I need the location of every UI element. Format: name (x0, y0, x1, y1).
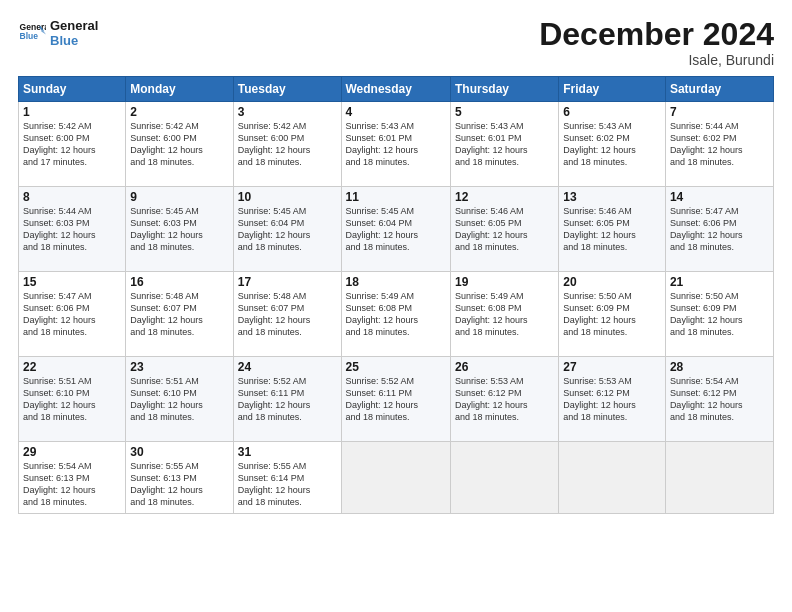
day-number: 10 (238, 190, 337, 204)
day-info: Sunrise: 5:47 AMSunset: 6:06 PMDaylight:… (670, 205, 769, 254)
day-number: 13 (563, 190, 661, 204)
calendar-cell: 10 Sunrise: 5:45 AMSunset: 6:04 PMDaylig… (233, 187, 341, 272)
day-number: 6 (563, 105, 661, 119)
day-info: Sunrise: 5:49 AMSunset: 6:08 PMDaylight:… (455, 290, 554, 339)
day-number: 4 (346, 105, 446, 119)
day-info: Sunrise: 5:42 AMSunset: 6:00 PMDaylight:… (23, 120, 121, 169)
day-info: Sunrise: 5:51 AMSunset: 6:10 PMDaylight:… (23, 375, 121, 424)
calendar-cell (665, 442, 773, 514)
day-number: 31 (238, 445, 337, 459)
calendar-cell: 29 Sunrise: 5:54 AMSunset: 6:13 PMDaylig… (19, 442, 126, 514)
day-info: Sunrise: 5:42 AMSunset: 6:00 PMDaylight:… (238, 120, 337, 169)
day-number: 14 (670, 190, 769, 204)
day-info: Sunrise: 5:55 AMSunset: 6:13 PMDaylight:… (130, 460, 228, 509)
day-info: Sunrise: 5:54 AMSunset: 6:12 PMDaylight:… (670, 375, 769, 424)
calendar-cell: 1 Sunrise: 5:42 AMSunset: 6:00 PMDayligh… (19, 102, 126, 187)
calendar-cell: 22 Sunrise: 5:51 AMSunset: 6:10 PMDaylig… (19, 357, 126, 442)
day-info: Sunrise: 5:44 AMSunset: 6:02 PMDaylight:… (670, 120, 769, 169)
calendar-cell: 30 Sunrise: 5:55 AMSunset: 6:13 PMDaylig… (126, 442, 233, 514)
day-number: 8 (23, 190, 121, 204)
day-number: 27 (563, 360, 661, 374)
calendar-cell: 8 Sunrise: 5:44 AMSunset: 6:03 PMDayligh… (19, 187, 126, 272)
day-number: 2 (130, 105, 228, 119)
calendar-cell: 9 Sunrise: 5:45 AMSunset: 6:03 PMDayligh… (126, 187, 233, 272)
calendar-header-friday: Friday (559, 77, 666, 102)
calendar-header-tuesday: Tuesday (233, 77, 341, 102)
day-info: Sunrise: 5:49 AMSunset: 6:08 PMDaylight:… (346, 290, 446, 339)
calendar-cell: 13 Sunrise: 5:46 AMSunset: 6:05 PMDaylig… (559, 187, 666, 272)
day-number: 21 (670, 275, 769, 289)
day-info: Sunrise: 5:42 AMSunset: 6:00 PMDaylight:… (130, 120, 228, 169)
day-info: Sunrise: 5:47 AMSunset: 6:06 PMDaylight:… (23, 290, 121, 339)
calendar-header-saturday: Saturday (665, 77, 773, 102)
day-info: Sunrise: 5:43 AMSunset: 6:01 PMDaylight:… (455, 120, 554, 169)
day-number: 25 (346, 360, 446, 374)
day-info: Sunrise: 5:48 AMSunset: 6:07 PMDaylight:… (130, 290, 228, 339)
day-number: 24 (238, 360, 337, 374)
day-number: 19 (455, 275, 554, 289)
day-number: 17 (238, 275, 337, 289)
calendar-cell: 21 Sunrise: 5:50 AMSunset: 6:09 PMDaylig… (665, 272, 773, 357)
svg-text:Blue: Blue (20, 31, 39, 41)
day-info: Sunrise: 5:48 AMSunset: 6:07 PMDaylight:… (238, 290, 337, 339)
calendar-cell: 4 Sunrise: 5:43 AMSunset: 6:01 PMDayligh… (341, 102, 450, 187)
day-number: 3 (238, 105, 337, 119)
day-number: 16 (130, 275, 228, 289)
calendar-cell: 14 Sunrise: 5:47 AMSunset: 6:06 PMDaylig… (665, 187, 773, 272)
day-info: Sunrise: 5:50 AMSunset: 6:09 PMDaylight:… (670, 290, 769, 339)
day-info: Sunrise: 5:52 AMSunset: 6:11 PMDaylight:… (346, 375, 446, 424)
title-block: December 2024 Isale, Burundi (539, 18, 774, 68)
calendar-cell: 11 Sunrise: 5:45 AMSunset: 6:04 PMDaylig… (341, 187, 450, 272)
day-info: Sunrise: 5:52 AMSunset: 6:11 PMDaylight:… (238, 375, 337, 424)
logo-line1: General (50, 18, 98, 33)
day-info: Sunrise: 5:43 AMSunset: 6:02 PMDaylight:… (563, 120, 661, 169)
day-info: Sunrise: 5:46 AMSunset: 6:05 PMDaylight:… (455, 205, 554, 254)
day-info: Sunrise: 5:45 AMSunset: 6:04 PMDaylight:… (238, 205, 337, 254)
calendar-cell: 7 Sunrise: 5:44 AMSunset: 6:02 PMDayligh… (665, 102, 773, 187)
day-number: 20 (563, 275, 661, 289)
calendar-cell: 16 Sunrise: 5:48 AMSunset: 6:07 PMDaylig… (126, 272, 233, 357)
calendar-header-sunday: Sunday (19, 77, 126, 102)
month-title: December 2024 (539, 18, 774, 50)
calendar-cell: 23 Sunrise: 5:51 AMSunset: 6:10 PMDaylig… (126, 357, 233, 442)
day-number: 28 (670, 360, 769, 374)
calendar-cell: 28 Sunrise: 5:54 AMSunset: 6:12 PMDaylig… (665, 357, 773, 442)
calendar-cell: 15 Sunrise: 5:47 AMSunset: 6:06 PMDaylig… (19, 272, 126, 357)
day-number: 30 (130, 445, 228, 459)
calendar-header-wednesday: Wednesday (341, 77, 450, 102)
logo: General Blue General Blue (18, 18, 98, 48)
calendar-cell (341, 442, 450, 514)
day-number: 15 (23, 275, 121, 289)
day-number: 12 (455, 190, 554, 204)
calendar-header-row: SundayMondayTuesdayWednesdayThursdayFrid… (19, 77, 774, 102)
page: General Blue General Blue December 2024 … (0, 0, 792, 612)
logo-line2: Blue (50, 33, 98, 48)
calendar-cell: 3 Sunrise: 5:42 AMSunset: 6:00 PMDayligh… (233, 102, 341, 187)
day-info: Sunrise: 5:45 AMSunset: 6:03 PMDaylight:… (130, 205, 228, 254)
day-number: 7 (670, 105, 769, 119)
day-number: 5 (455, 105, 554, 119)
header: General Blue General Blue December 2024 … (18, 18, 774, 68)
calendar-cell: 5 Sunrise: 5:43 AMSunset: 6:01 PMDayligh… (450, 102, 558, 187)
day-number: 26 (455, 360, 554, 374)
day-info: Sunrise: 5:50 AMSunset: 6:09 PMDaylight:… (563, 290, 661, 339)
calendar-cell: 27 Sunrise: 5:53 AMSunset: 6:12 PMDaylig… (559, 357, 666, 442)
day-number: 23 (130, 360, 228, 374)
location: Isale, Burundi (539, 52, 774, 68)
calendar-cell: 25 Sunrise: 5:52 AMSunset: 6:11 PMDaylig… (341, 357, 450, 442)
calendar-cell: 17 Sunrise: 5:48 AMSunset: 6:07 PMDaylig… (233, 272, 341, 357)
calendar-cell: 20 Sunrise: 5:50 AMSunset: 6:09 PMDaylig… (559, 272, 666, 357)
day-info: Sunrise: 5:46 AMSunset: 6:05 PMDaylight:… (563, 205, 661, 254)
calendar-cell: 12 Sunrise: 5:46 AMSunset: 6:05 PMDaylig… (450, 187, 558, 272)
day-info: Sunrise: 5:51 AMSunset: 6:10 PMDaylight:… (130, 375, 228, 424)
calendar-cell: 6 Sunrise: 5:43 AMSunset: 6:02 PMDayligh… (559, 102, 666, 187)
day-number: 22 (23, 360, 121, 374)
day-number: 9 (130, 190, 228, 204)
calendar-cell: 2 Sunrise: 5:42 AMSunset: 6:00 PMDayligh… (126, 102, 233, 187)
day-info: Sunrise: 5:43 AMSunset: 6:01 PMDaylight:… (346, 120, 446, 169)
day-info: Sunrise: 5:44 AMSunset: 6:03 PMDaylight:… (23, 205, 121, 254)
day-number: 1 (23, 105, 121, 119)
day-number: 29 (23, 445, 121, 459)
day-info: Sunrise: 5:54 AMSunset: 6:13 PMDaylight:… (23, 460, 121, 509)
day-info: Sunrise: 5:55 AMSunset: 6:14 PMDaylight:… (238, 460, 337, 509)
